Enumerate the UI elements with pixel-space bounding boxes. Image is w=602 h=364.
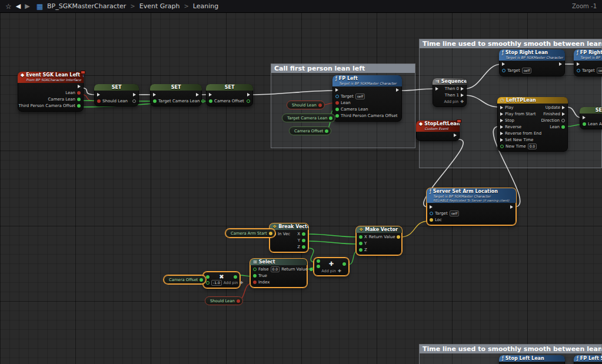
bool-in-pin[interactable] — [335, 101, 339, 105]
index-in-pin[interactable] — [253, 280, 257, 284]
node-set-should-lean[interactable]: SET Should Lean — [94, 84, 139, 106]
vector-out-pin[interactable] — [397, 235, 400, 239]
exec-out-pin[interactable] — [461, 87, 464, 91]
false-default-value[interactable]: 0.0 — [271, 266, 280, 272]
node-stop-left-lean-event[interactable]: ◆ StopLeftLean Custom Event — [416, 121, 460, 141]
back-icon[interactable]: ◀ — [16, 2, 21, 10]
exec-in-pin[interactable] — [209, 93, 212, 96]
float-out-pin[interactable] — [310, 268, 313, 271]
exec-out-pin[interactable] — [396, 88, 399, 92]
node-fp-left-stop[interactable]: ƒFP Left Sto — [574, 355, 602, 364]
exec-in-pin[interactable] — [153, 93, 156, 96]
forward-icon[interactable]: ▶ — [25, 2, 29, 10]
float-out-pin[interactable] — [77, 98, 81, 101]
float-out-pin[interactable] — [199, 278, 203, 282]
target-self-value[interactable]: self — [522, 68, 532, 74]
add-pin-label[interactable]: Add pin — [224, 280, 238, 285]
exec-in-pin[interactable] — [583, 116, 586, 119]
exec-in-pin[interactable] — [430, 205, 433, 209]
bool-out-pin[interactable] — [77, 91, 81, 95]
exec-out-pin[interactable] — [562, 112, 565, 116]
exec-in-pin[interactable] — [500, 125, 503, 129]
float-in-pin[interactable] — [335, 114, 339, 118]
exec-in-pin[interactable] — [500, 112, 503, 116]
float-in-pin[interactable] — [206, 275, 209, 279]
vector-in-pin[interactable] — [430, 218, 433, 222]
float-out-pin[interactable] — [77, 104, 81, 108]
float-out-pin[interactable] — [325, 129, 328, 133]
getter-should-lean[interactable]: Should Lean — [287, 101, 325, 109]
new-time-value[interactable]: 0.0 — [528, 143, 537, 149]
float-in-pin[interactable] — [359, 248, 362, 252]
target-self-value[interactable]: sel — [597, 68, 602, 74]
breadcrumb-root[interactable]: BP_SGKMasterCharacter — [47, 2, 126, 10]
getter-camera-offset[interactable]: Camera Offset — [289, 126, 331, 135]
getter-should-lean-2[interactable]: Should Lean — [205, 296, 243, 305]
option-false-pin[interactable] — [253, 268, 257, 271]
target-self-value[interactable]: self — [450, 211, 460, 216]
float-out-pin[interactable] — [302, 245, 305, 249]
exec-out-pin[interactable] — [133, 93, 136, 96]
exec-in-pin[interactable] — [435, 87, 438, 91]
float-in-pin[interactable] — [335, 108, 339, 111]
enum-out-pin[interactable] — [561, 119, 565, 122]
node-add-float[interactable]: ✚ Add pin✚ — [314, 258, 349, 276]
node-left-tp-lean-timeline[interactable]: ◷LeftTPLean Play Update Play from Start … — [497, 97, 568, 152]
target-in-pin[interactable] — [577, 69, 580, 72]
exec-out-pin[interactable] — [196, 93, 199, 96]
bool-out-pin[interactable] — [132, 99, 136, 103]
getter-camera-arm-start[interactable]: Camera Arm Start — [225, 229, 275, 238]
float-out-pin[interactable] — [302, 239, 305, 242]
favorite-star-icon[interactable]: ☆ — [5, 2, 12, 11]
node-fp-left[interactable]: ƒ FP Left Target is BP SGKMaster Charact… — [332, 75, 402, 122]
node-multiply-float[interactable]: ✖ -1.0Add pin✚ — [203, 272, 240, 288]
node-break-vector[interactable]: ❖Break Vector In Vec X Y Z — [270, 223, 308, 252]
exec-in-pin[interactable] — [500, 119, 503, 122]
node-select[interactable]: ⊞Select False0.0 Return Value True Index — [250, 259, 307, 288]
node-event-sgk-lean-left[interactable]: ◆ Event SGK Lean Left From BP SGKCharact… — [18, 72, 84, 112]
exec-out-pin[interactable] — [454, 133, 457, 137]
target-self-value[interactable]: self — [355, 93, 365, 99]
float-out-pin[interactable] — [561, 125, 565, 129]
target-in-pin[interactable] — [430, 212, 433, 215]
exec-in-pin[interactable] — [500, 132, 503, 135]
node-stop-left-lean-call[interactable]: ƒStop Left Lean — [499, 355, 565, 364]
exec-in-pin[interactable] — [500, 138, 503, 142]
node-set-lean-alpha[interactable]: SET Lean Alpha — [580, 107, 602, 129]
node-sequence[interactable]: ⇉Sequence Then 0 Then 1 Add pin✚ — [433, 78, 467, 107]
node-fp-right-stop[interactable]: ƒ FP Right St Target is BP SG Targetsel — [574, 49, 602, 76]
exec-out-pin[interactable] — [78, 85, 81, 88]
option-true-pin[interactable] — [253, 274, 257, 278]
float-out-pin[interactable] — [329, 116, 332, 120]
float-out-pin[interactable] — [201, 99, 205, 103]
node-stop-right-lean[interactable]: ƒ Stop Right Lean Target is BP SGKMaster… — [499, 49, 565, 76]
add-pin-icon[interactable]: ✚ — [338, 269, 341, 273]
comment-title[interactable]: Time line used to smoothly smooth betwee… — [420, 345, 601, 353]
comment-title[interactable]: Call first person lean left — [271, 64, 415, 73]
float-in-pin[interactable] — [500, 145, 504, 148]
exec-in-pin[interactable] — [500, 106, 503, 109]
float-in-pin[interactable] — [317, 265, 320, 268]
exec-out-pin[interactable] — [461, 93, 464, 97]
node-set-target-camera-lean[interactable]: SET Target Camera Lean — [150, 84, 202, 106]
exec-in-pin[interactable] — [502, 62, 505, 66]
comment-title[interactable]: Time line used to smoothly smooth betwee… — [420, 39, 601, 48]
float-out-pin[interactable] — [234, 275, 237, 279]
float-in-pin[interactable] — [153, 99, 157, 103]
exec-out-pin[interactable] — [559, 62, 562, 66]
exec-out-pin[interactable] — [247, 93, 250, 96]
getter-target-camera-lean[interactable]: Target Camera Lean — [282, 113, 335, 122]
float-out-pin[interactable] — [302, 232, 305, 236]
bool-in-pin[interactable] — [97, 99, 101, 103]
add-pin-label[interactable]: Add pin — [321, 269, 336, 273]
float-in-pin[interactable] — [209, 99, 212, 103]
breadcrumb-event-graph[interactable]: Event Graph — [139, 2, 180, 10]
node-server-set-arm-location[interactable]: ƒ Server Set Arm Location Target is BP S… — [427, 188, 516, 225]
bool-out-pin[interactable] — [237, 299, 240, 303]
exec-in-pin[interactable] — [335, 88, 338, 92]
getter-camera-offset-2[interactable]: Camera Offset — [164, 275, 206, 284]
float-in-pin[interactable] — [317, 259, 320, 263]
float-in-pin[interactable] — [206, 281, 209, 285]
exec-out-pin[interactable] — [510, 205, 513, 209]
target-in-pin[interactable] — [335, 95, 339, 98]
